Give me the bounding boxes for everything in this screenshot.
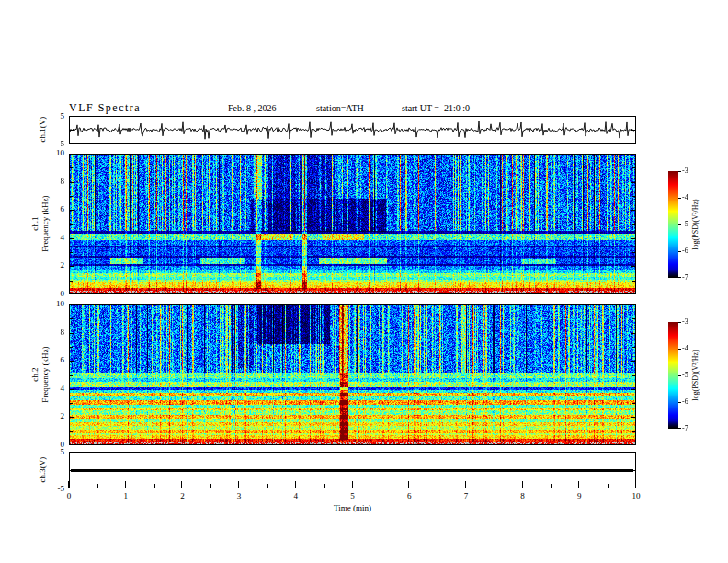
colorbar-tick-label: -3: [682, 167, 699, 176]
colorbar-tick-label: -6: [682, 397, 699, 407]
y-tick-mark: [631, 389, 635, 390]
vlf-spectra-figure: VLF Spectra Feb. 8 , 2026 station=ATH st…: [0, 0, 728, 563]
y-tick-label: 0: [44, 289, 64, 299]
colorbar-tick-mark: [678, 171, 681, 172]
ch1-waveform-plot: [70, 117, 635, 143]
y-tick-label: 2: [44, 411, 64, 421]
y-tick-mark: [631, 333, 635, 334]
x-tick-mark: [181, 481, 182, 488]
x-tick-label: 7: [457, 491, 475, 500]
y-tick-mark: [631, 470, 635, 471]
x-tick-label: 4: [287, 491, 305, 500]
y-minor-tick-mark: [70, 224, 73, 225]
x-tick-mark: [578, 481, 579, 488]
station-label: station=ATH: [316, 103, 364, 113]
y-minor-tick-mark: [70, 252, 73, 253]
x-tick-mark: [238, 481, 239, 488]
colorbar-tick-label: -4: [682, 193, 699, 202]
y-tick-label: 2: [44, 260, 64, 270]
y-tick-mark: [70, 389, 74, 390]
x-tick-mark: [125, 481, 126, 488]
colorbar-tick-mark: [678, 349, 681, 350]
y-tick-mark: [631, 182, 635, 183]
y-tick-mark: [631, 210, 635, 211]
y-tick-label: 8: [44, 327, 64, 338]
y-minor-tick-mark: [70, 347, 73, 348]
colorbar-tick-label: -3: [682, 317, 699, 327]
y-tick-mark: [70, 182, 74, 183]
x-minor-tick-mark: [154, 484, 155, 488]
colorbar-tick-label: -7: [682, 424, 699, 433]
ch2-spectrogram-panel: [69, 304, 636, 445]
colorbar-tick-mark: [678, 375, 681, 376]
colorbar-gradient-1: [668, 171, 678, 278]
colorbar-tick-label: -4: [682, 344, 699, 353]
y-minor-tick-mark: [70, 281, 73, 282]
y-minor-tick-mark: [632, 281, 635, 282]
y-minor-tick-mark: [70, 375, 73, 376]
ch1-frequency-axis-label: ch.1 Frequency (kHz): [30, 150, 51, 297]
x-tick-label: 10: [627, 491, 645, 500]
x-tick-label: 1: [117, 491, 135, 500]
y-tick-mark: [631, 417, 635, 418]
colorbar-tick-label: -5: [682, 220, 699, 229]
x-minor-tick-mark: [324, 484, 325, 488]
ch2-axis-label-line2: Frequency (kHz): [40, 301, 51, 448]
y-tick-label: 6: [44, 204, 64, 214]
x-tick-mark: [352, 481, 353, 488]
y-tick-mark: [70, 361, 74, 362]
date-label: Feb. 8 , 2026: [228, 103, 277, 113]
y-tick-label: 4: [44, 384, 64, 394]
x-tick-mark: [465, 481, 466, 488]
colorbar-tick-mark: [678, 251, 681, 252]
y-minor-tick-mark: [632, 403, 635, 404]
ch3-flat-line: [71, 469, 633, 472]
x-tick-label: 0: [60, 491, 78, 500]
ch1-spectrogram-panel: [69, 154, 636, 294]
x-tick-label: 8: [514, 491, 532, 500]
y-tick-mark: [631, 361, 635, 362]
y-tick-mark: [70, 333, 74, 334]
y-tick-mark: [631, 238, 635, 239]
x-minor-tick-mark: [381, 484, 381, 488]
y-tick-label: 10: [44, 148, 64, 158]
y-tick-label: 5: [44, 111, 64, 121]
y-tick-mark: [70, 210, 74, 211]
y-minor-tick-mark: [632, 375, 635, 376]
ch2-frequency-axis-label: ch.2 Frequency (kHz): [30, 301, 51, 448]
ch1-voltage-panel: [69, 116, 636, 144]
x-minor-tick-mark: [210, 484, 211, 488]
colorbar-tick-label: -7: [682, 273, 699, 282]
x-minor-tick-mark: [551, 484, 552, 488]
x-minor-tick-mark: [608, 484, 609, 488]
y-tick-mark: [70, 238, 74, 239]
y-tick-label: 4: [44, 233, 64, 243]
x-tick-label: 9: [570, 491, 588, 500]
y-minor-tick-mark: [70, 167, 73, 168]
y-minor-tick-mark: [632, 196, 635, 197]
colorbar-tick-label: -5: [682, 371, 699, 380]
x-tick-mark: [522, 481, 523, 488]
x-minor-tick-mark: [438, 484, 438, 488]
y-tick-label: 6: [44, 355, 64, 365]
start-ut-label: start UT = 21:0 :0: [402, 103, 470, 113]
y-tick-label: 5: [44, 447, 64, 457]
x-tick-mark: [68, 481, 69, 488]
y-minor-tick-mark: [70, 431, 73, 432]
y-minor-tick-mark: [632, 347, 635, 348]
colorbar-tick-mark: [678, 322, 681, 323]
ch1-spectrogram: [70, 155, 635, 293]
y-tick-mark: [631, 266, 635, 267]
ch2-spectrogram: [70, 305, 635, 444]
y-minor-tick-mark: [632, 224, 635, 225]
ch1-axis-label-line1: ch.1: [30, 150, 40, 297]
x-tick-label: 2: [173, 491, 191, 500]
x-tick-label: 3: [230, 491, 248, 500]
x-tick-label: 5: [344, 491, 362, 500]
x-tick-label: 6: [400, 491, 418, 500]
y-tick-mark: [70, 470, 74, 471]
colorbar-tick-mark: [678, 428, 681, 429]
y-minor-tick-mark: [632, 431, 635, 432]
colorbar-tick-mark: [678, 402, 681, 403]
y-minor-tick-mark: [70, 196, 73, 197]
